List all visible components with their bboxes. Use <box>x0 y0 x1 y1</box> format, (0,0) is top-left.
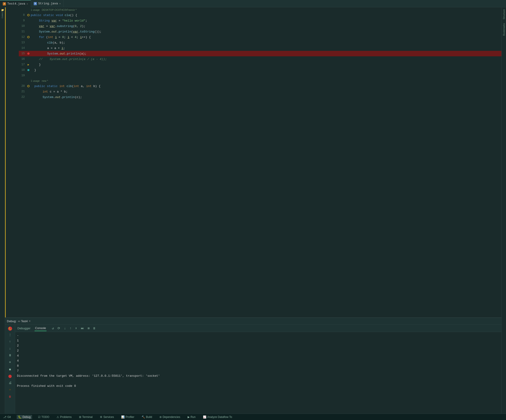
debug-bug-icon: 🐛 <box>8 327 12 331</box>
code-line-8: 8 public static void cla() { <box>19 12 501 18</box>
skip-icon[interactable]: ⏭ <box>81 327 84 330</box>
breakpoint-yellow-12[interactable] <box>27 36 30 38</box>
sidebar-structure-label[interactable]: Structure <box>502 7 506 21</box>
status-todo[interactable]: ☑ TODO <box>37 415 51 419</box>
status-dependencies[interactable]: ⊛ Dependencies <box>158 415 182 419</box>
breakpoint-yellow-20[interactable] <box>27 85 30 87</box>
debug-session-tab[interactable]: ▭ Test4 ✕ <box>18 320 31 323</box>
debug-up-icon[interactable]: ↑ <box>7 339 13 344</box>
debug-trash-icon[interactable]: 🗑 <box>7 394 13 399</box>
step-into-icon[interactable]: ↓ <box>64 327 66 330</box>
status-dataflow[interactable]: 📈 Analyze Dataflow To <box>202 415 234 419</box>
arrow-right-17: ▶ <box>27 63 29 66</box>
code-line-20: 20 public static int clb(int a, int b) { <box>19 83 501 89</box>
ln-11: 11 <box>19 30 26 33</box>
status-build[interactable]: 🔨 Build <box>140 415 153 419</box>
ln-10: 10 <box>19 25 26 28</box>
debug-stop-icon[interactable]: ◼ <box>7 366 13 372</box>
settings-icon[interactable]: ≣ <box>93 326 95 330</box>
gi-20 <box>26 85 31 87</box>
tab-debugger[interactable]: Debugger <box>17 326 31 331</box>
debug-print-icon[interactable]: 🖨 <box>7 380 13 386</box>
cl-10: var = var.substring(0, 2); <box>31 23 86 29</box>
code-line-19: 19 <box>19 73 501 78</box>
status-git[interactable]: ⎇ Git <box>2 415 12 419</box>
cl-9: String var = "hello world"; <box>31 18 87 23</box>
code-line-12: 12 for (int i = 0; i < 4; i++) { <box>19 34 501 40</box>
status-terminal[interactable]: ⊞ Terminal <box>78 415 94 419</box>
ln-9: 9 <box>19 19 26 22</box>
status-debug[interactable]: 🐛 Debug <box>17 415 32 419</box>
status-debug-label: Debug <box>22 415 30 419</box>
debug-icon: 🐛 <box>18 415 21 419</box>
debug-more-icon[interactable]: ⋮ <box>7 332 13 338</box>
code-editor[interactable]: 1 usage DESKTOP-OC0T4C0\Franciz * 8 publ… <box>5 7 501 317</box>
status-problems[interactable]: ⚠ Problems <box>55 415 73 419</box>
debug-red-circle-icon[interactable]: ⬤ <box>7 373 13 379</box>
ln-22: 22 <box>19 96 26 99</box>
status-dataflow-label: Analyze Dataflow To <box>207 415 232 419</box>
ln-14: 14 <box>19 46 26 50</box>
status-services[interactable]: ⚙ Services <box>99 415 115 419</box>
debug-orange-circle-icon[interactable]: ○ <box>7 387 13 393</box>
code-line-14: 14 a = a + i; <box>19 45 501 51</box>
run-icon: ▶ <box>188 415 190 419</box>
sidebar-bookmarks-label[interactable]: Bookmarks <box>502 21 506 38</box>
status-profiler[interactable]: 📊 Profiler <box>120 415 136 419</box>
status-bar: ⎇ Git 🐛 Debug ☑ TODO ⚠ Problems ⊞ Termin… <box>0 413 506 420</box>
step-over-icon[interactable]: ⟳ <box>58 326 60 330</box>
cl-14: a = a + i; <box>31 45 65 51</box>
ln-21: 21 <box>19 90 26 93</box>
cl-20: public static int clb(int a, int b) { <box>31 83 100 89</box>
cl-21: int c = a * b; <box>31 89 67 94</box>
console-output[interactable]: - 1 2 2 4 4 8 7 Disconnected from the ta… <box>15 332 501 413</box>
tab-test4-close[interactable]: ✕ <box>27 2 28 5</box>
status-run[interactable]: ▶ Run <box>186 415 197 419</box>
tab-console[interactable]: Console <box>35 325 47 331</box>
debug-title: Debug: <box>7 320 16 323</box>
usage-info-2: 1 usage new * <box>19 78 501 83</box>
services-icon: ⚙ <box>100 415 102 419</box>
code-line-18: 18 } <box>19 67 501 73</box>
code-line-16: 16 // System.out.println(a / (a - 4)); <box>19 56 501 62</box>
step-up-icon[interactable]: ⬆ <box>75 326 77 330</box>
ln-15: 15 <box>19 52 26 55</box>
debug-down-icon[interactable]: ↓ <box>7 346 13 351</box>
gi-15 <box>26 52 31 55</box>
status-todo-label: TODO <box>41 415 49 419</box>
tab-string-close[interactable]: ✕ <box>59 2 61 5</box>
status-run-label: Run <box>191 415 196 419</box>
problems-icon: ⚠ <box>57 415 59 419</box>
code-content[interactable]: 1 usage DESKTOP-OC0T4C0\Franciz * 8 publ… <box>19 7 501 317</box>
debug-pause-icon[interactable]: ⏸ <box>7 353 13 358</box>
console-line-2b: 2 <box>17 348 499 353</box>
tab-test4-label: Test4.java <box>7 2 25 6</box>
cl-12: for (int i = 0; i < 4; i++) { <box>31 34 91 40</box>
step-out-icon[interactable]: ↑ <box>70 327 72 330</box>
tab-bar: J Test4.java ✕ S String.java ✕ <box>0 0 506 7</box>
breakpoint-yellow-8[interactable] <box>27 14 30 16</box>
breakpoint-red-15[interactable] <box>27 52 30 55</box>
gi-12 <box>26 36 31 38</box>
tab-test4[interactable]: J Test4.java ✕ <box>0 0 31 7</box>
dataflow-icon: 📈 <box>203 415 206 419</box>
code-line-13: 13 clb(a, b); <box>19 40 501 45</box>
ln-16: 16 <box>19 58 26 61</box>
java-file-icon: J <box>3 2 6 6</box>
ln-20: 20 <box>19 85 26 88</box>
sidebar-commit-icon[interactable]: Commit <box>1 13 4 16</box>
debug-title-bar: Debug: ▭ Test4 ✕ <box>5 318 501 325</box>
debug-session-close[interactable]: ✕ <box>29 320 31 323</box>
left-sidebar: 📁 Commit <box>0 7 5 413</box>
code-line-17: 17 ▶ } <box>19 62 501 67</box>
tab-string[interactable]: S String.java ✕ <box>31 0 64 7</box>
cl-11: System.out.println(var.toString()); <box>31 29 101 34</box>
debug-left-icons: 🐛 ⋮ ↑ ↓ ⏸ ≡ ◼ ⬤ 🖨 ○ 🗑 <box>5 325 15 413</box>
cyan-sq-18 <box>27 69 29 71</box>
frames-icon[interactable]: ⊞ <box>88 326 90 330</box>
git-icon: ⎇ <box>3 415 7 419</box>
rerun-icon[interactable]: ↺ <box>52 326 54 330</box>
ln-19: 19 <box>19 74 26 77</box>
debug-lines-icon[interactable]: ≡ <box>7 360 13 365</box>
cl-8: public static void cla() { <box>31 12 77 18</box>
